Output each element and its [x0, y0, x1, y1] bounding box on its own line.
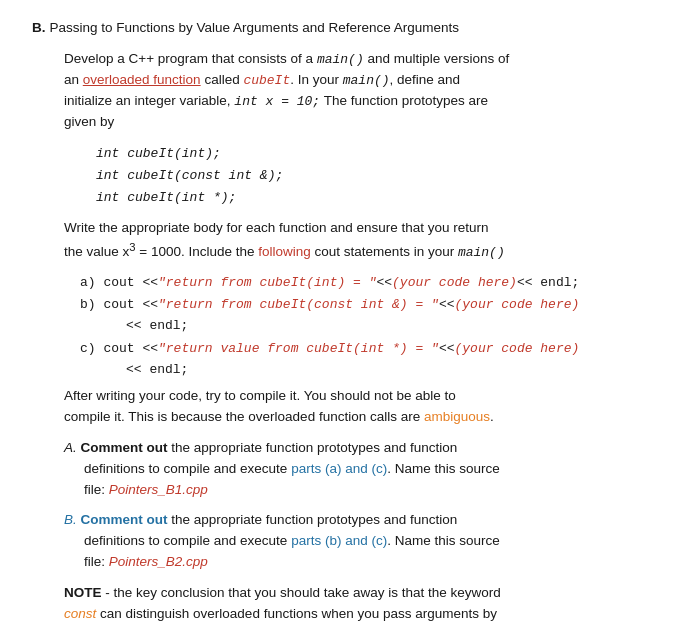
para1-text9: given by: [64, 114, 114, 129]
main-func-1: main(): [317, 52, 364, 67]
list-b-op1: <<: [439, 295, 455, 315]
list-item-a: a) cout << "return from cubeIt(int) = " …: [80, 273, 668, 293]
section-header: B. Passing to Functions by Value Argumen…: [32, 18, 668, 39]
sub-a-file-label: file:: [84, 482, 109, 497]
main-func-3: main(): [458, 245, 505, 260]
cubeIt-name: cubeIt: [243, 73, 290, 88]
para3-text2: compile it. This is because the overload…: [64, 409, 424, 424]
sub-b-parts: parts (b) and (c): [291, 533, 387, 548]
list-c-str1: "return value from cubeIt(int *) = ": [158, 339, 439, 359]
proto-2: int cubeIt(const int &);: [96, 168, 283, 183]
sub-a-label: A.: [64, 440, 77, 455]
para2-text2: the value x3 = 1000. Include the: [64, 244, 258, 259]
para3: After writing your code, try to compile …: [64, 386, 668, 428]
sub-a-comment: Comment out: [81, 440, 168, 455]
list-b-str1: "return from cubeIt(const int &) = ": [158, 295, 439, 315]
section-label: B.: [32, 18, 46, 39]
sub-a-text3: . Name this source: [387, 461, 500, 476]
int-x-decl: int x = 10;: [234, 94, 320, 109]
list-c-your1: (your code here): [454, 339, 579, 359]
sub-b-text3: . Name this source: [387, 533, 500, 548]
list-item-b: b) cout << "return from cubeIt(const int…: [80, 295, 668, 336]
sub-b-comment: Comment out: [81, 512, 168, 527]
list-a-label: a) cout <<: [80, 273, 158, 293]
para1-text5: . In your: [290, 72, 343, 87]
para3-text1: After writing your code, try to compile …: [64, 388, 456, 403]
main-func-2: main(): [343, 73, 390, 88]
para2: Write the appropriate body for each func…: [64, 218, 668, 264]
para1-text8: The function prototypes are: [320, 93, 488, 108]
para2-text3: cout statements in your: [311, 244, 458, 259]
proto-1: int cubeIt(int);: [96, 146, 221, 161]
list-a-str1: "return from cubeIt(int) = ": [158, 273, 376, 293]
note-label: NOTE: [64, 585, 102, 600]
ambiguous-word: ambiguous: [424, 409, 490, 424]
sub-b-filename: Pointers_B2.cpp: [109, 554, 208, 569]
sub-a: A. Comment out the appropriate function …: [64, 438, 668, 501]
note-text1: - the key conclusion that you should tak…: [102, 585, 501, 600]
para1-text7: initialize an integer variable,: [64, 93, 234, 108]
list-b-endl: << endl;: [126, 318, 188, 333]
list-c-op1: <<: [439, 339, 455, 359]
list-a-endl: << endl;: [517, 273, 579, 293]
sub-b: B. Comment out the appropriate function …: [64, 510, 668, 573]
para1-text2: and multiple versions of: [364, 51, 510, 66]
prototype-code-block: int cubeIt(int); int cubeIt(const int &)…: [96, 143, 668, 209]
proto-line-2: int cubeIt(const int &);: [96, 165, 668, 187]
note-block: NOTE - the key conclusion that you shoul…: [64, 583, 668, 630]
list-b-your1: (your code here): [454, 295, 579, 315]
main-content: B. Passing to Functions by Value Argumen…: [32, 18, 668, 630]
sub-b-label: B.: [64, 512, 77, 527]
sub-a-parts: parts (a) and (c): [291, 461, 387, 476]
para2-text1: Write the appropriate body for each func…: [64, 220, 489, 235]
para1-text6: , define and: [390, 72, 461, 87]
para1-text3: an: [64, 72, 83, 87]
proto-3: int cubeIt(int *);: [96, 190, 236, 205]
sub-b-indent: definitions to compile and execute: [84, 533, 291, 548]
para1: Develop a C++ program that consists of a…: [64, 49, 668, 133]
list-b-label: b) cout <<: [80, 295, 158, 315]
list-item-c: c) cout << "return value from cubeIt(int…: [80, 339, 668, 380]
para1-text1: Develop a C++ program that consists of a: [64, 51, 317, 66]
sub-a-filename: Pointers_B1.cpp: [109, 482, 208, 497]
note-const1: const: [64, 606, 96, 621]
list-a-your1: (your code here): [392, 273, 517, 293]
sub-a-text1: the appropriate function prototypes and …: [171, 440, 457, 455]
superscript-3: 3: [129, 240, 135, 252]
cout-list: a) cout << "return from cubeIt(int) = " …: [80, 273, 668, 380]
following-word: following: [258, 244, 311, 259]
proto-line-3: int cubeIt(int *);: [96, 187, 668, 209]
section-heading: Passing to Functions by Value Arguments …: [50, 18, 459, 39]
sub-b-text1: the appropriate function prototypes and …: [171, 512, 457, 527]
list-a-op1: <<: [376, 273, 392, 293]
list-c-label: c) cout <<: [80, 339, 158, 359]
para1-text4: called: [201, 72, 244, 87]
proto-line-1: int cubeIt(int);: [96, 143, 668, 165]
sub-a-indent: definitions to compile and execute: [84, 461, 291, 476]
sub-b-file-label: file:: [84, 554, 109, 569]
note-text2: can distinguish overloaded functions whe…: [96, 606, 497, 621]
list-c-endl: << endl;: [126, 362, 188, 377]
overloaded-func: overloaded function: [83, 72, 201, 87]
para3-text3: .: [490, 409, 494, 424]
